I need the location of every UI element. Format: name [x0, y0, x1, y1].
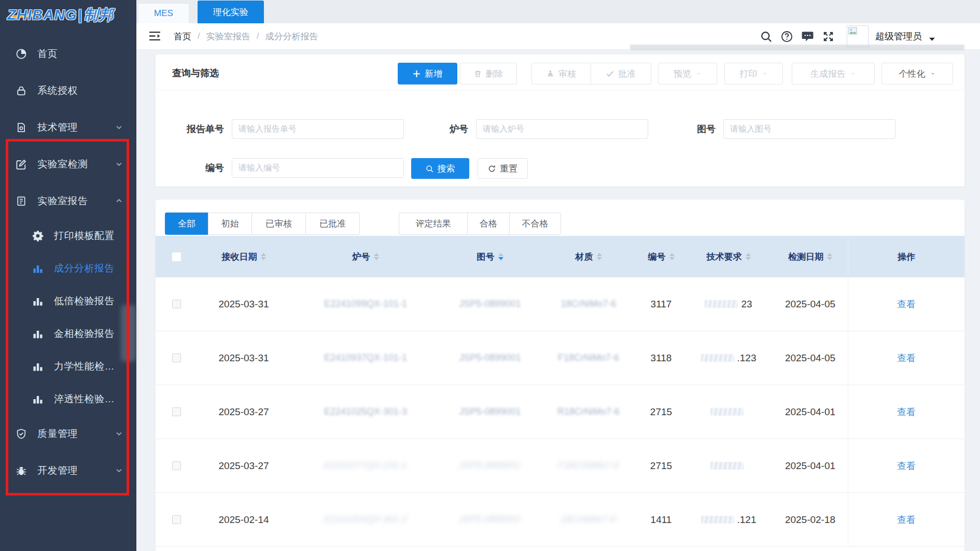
code-field-input[interactable] [232, 158, 404, 178]
status-tab-1[interactable]: 初始 [208, 213, 252, 235]
col-header-test-date[interactable]: 检测日期 [773, 236, 848, 277]
redacted-text: 18CrNiMo7-6 [561, 299, 616, 309]
avatar[interactable] [847, 25, 869, 47]
sidebar-collapse-icon[interactable] [149, 31, 161, 41]
redaction-smudge [121, 305, 136, 362]
status-tab-label: 已审核 [265, 218, 292, 230]
col-header-furnace-no[interactable]: 炉号 [290, 236, 441, 277]
col-header-tech-req[interactable]: 技术要求 [684, 236, 773, 277]
status-tab-0[interactable]: 全部 [165, 213, 208, 235]
column-label: 操作 [898, 251, 915, 263]
drawing-no-field-input[interactable] [723, 119, 895, 139]
cell-text: 2025-03-31 [218, 299, 269, 310]
sidebar-item-5[interactable]: 打印模板配置 [0, 219, 136, 252]
sidebar-item-2[interactable]: 技术管理 [0, 109, 136, 146]
sidebar-item-10[interactable]: 淬透性检验… [0, 383, 136, 415]
cell-material: R18CrNiMo7-6 [539, 385, 638, 439]
toolbar-button-preview[interactable]: 预览 [658, 63, 717, 84]
breadcrumb-item-0[interactable]: 首页 [174, 31, 191, 43]
report-no-field: 报告单号 [171, 119, 404, 139]
report-no-field-input[interactable] [232, 119, 404, 139]
sidebar-item-6[interactable]: 成分分析报告 [0, 252, 136, 285]
toolbar-button-label: 新增 [425, 68, 442, 80]
column-label: 图号 [477, 251, 495, 263]
sidebar-item-0[interactable]: 首页 [0, 35, 136, 72]
bar-chart-icon [32, 361, 44, 372]
search-button-label: 搜索 [438, 163, 455, 175]
redacted-text: JSP5-0899001 [459, 299, 521, 309]
check-icon [606, 70, 614, 78]
search-button[interactable]: 搜索 [411, 158, 469, 179]
cell-text: 2025-03-27 [218, 406, 269, 418]
sidebar-item-9[interactable]: 力学性能检… [0, 350, 136, 383]
sidebar-item-label: 成分分析报告 [54, 262, 115, 275]
top-tab-1[interactable]: 理化实验 [198, 1, 264, 23]
result-tab-0[interactable]: 评定结果 [399, 213, 468, 235]
help-icon[interactable] [781, 31, 793, 43]
search-icon[interactable] [760, 31, 772, 43]
row-checkbox[interactable] [172, 300, 181, 308]
message-icon[interactable] [802, 31, 814, 43]
row-checkbox[interactable] [172, 515, 181, 524]
fullscreen-icon[interactable] [822, 31, 834, 43]
toolbar-button-add[interactable]: 新增 [398, 63, 457, 84]
cell-furnace-no: E2241099QX-101-1 [290, 277, 441, 331]
cell-drawing-no: JSP5-0899001 [441, 331, 539, 385]
select-all-checkbox[interactable] [172, 252, 181, 261]
sidebar-item-11[interactable]: 质量管理 [0, 415, 136, 452]
result-tab-2[interactable]: 不合格 [509, 213, 561, 235]
status-tab-2[interactable]: 已审核 [251, 213, 306, 235]
status-tabs: 全部初始已审核已批准 [165, 213, 360, 235]
view-link[interactable]: 查看 [897, 406, 916, 418]
row-checkbox[interactable] [172, 461, 181, 470]
view-link[interactable]: 查看 [897, 460, 916, 472]
breadcrumb-item-2[interactable]: 成分分析报告 [265, 31, 318, 43]
table-row-0: 2025-03-31E2241099QX-101-1JSP5-089900118… [156, 277, 964, 331]
top-tab-0[interactable]: MES [138, 3, 189, 23]
view-link[interactable]: 查看 [897, 352, 916, 364]
status-tab-label: 已批准 [319, 218, 346, 230]
user-menu-caret-icon[interactable] [929, 34, 935, 39]
col-header-check[interactable] [156, 236, 197, 277]
cell-text: 2715 [650, 460, 672, 472]
breadcrumb-item-1[interactable]: 实验室报告 [206, 31, 250, 43]
result-tab-1[interactable]: 合格 [467, 213, 510, 235]
sidebar-item-label: 低倍检验报告 [54, 294, 115, 308]
toolbar-button-review[interactable]: 审核 [531, 63, 591, 84]
furnace-no-field-input[interactable] [476, 119, 648, 139]
sidebar-item-4[interactable]: 实验室报告 [0, 182, 136, 219]
cell-receive-date: 2025-02-14 [197, 493, 290, 546]
redacted-text: R18CrNiMo7-6 [557, 406, 620, 417]
sidebar-nav: 首页系统授权技术管理实验室检测实验室报告打印模板配置成分分析报告低倍检验报告金相… [0, 30, 136, 489]
col-header-material[interactable]: 材质 [539, 236, 638, 277]
reset-button[interactable]: 重置 [478, 158, 528, 179]
user-name[interactable]: 超级管理员 [875, 30, 922, 43]
sidebar-item-1[interactable]: 系统授权 [0, 72, 136, 109]
col-header-drawing-no[interactable]: 图号 [441, 236, 539, 277]
toolbar-button-delete[interactable]: 删除 [460, 63, 517, 84]
sidebar-item-12[interactable]: 开发管理 [0, 452, 136, 489]
row-checkbox[interactable] [172, 354, 181, 362]
table-row-2: 2025-03-27E2241025QX-301-3JSP5-0899001R1… [156, 385, 964, 439]
toolbar-button-print[interactable]: 打印 [724, 63, 783, 84]
view-link[interactable]: 查看 [897, 514, 916, 526]
toolbar-button-approve[interactable]: 批准 [591, 63, 651, 84]
redacted-text: JSP5-0899001 [458, 514, 522, 525]
col-header-receive-date[interactable]: 接收日期 [197, 236, 290, 277]
status-tab-3[interactable]: 已批准 [305, 213, 360, 235]
cell-receive-date: 2025-03-31 [197, 331, 290, 385]
cell-receive-date: 2025-03-31 [197, 277, 290, 331]
view-link[interactable]: 查看 [897, 298, 916, 310]
row-checkbox[interactable] [172, 407, 181, 416]
col-header-code[interactable]: 编号 [638, 236, 684, 277]
sidebar-item-label: 系统授权 [37, 84, 78, 97]
sidebar-item-3[interactable]: 实验室检测 [0, 146, 136, 182]
toolbar-button-personalize[interactable]: 个性化 [881, 63, 953, 84]
sidebar-item-7[interactable]: 低倍检验报告 [0, 285, 136, 317]
column-label: 材质 [576, 251, 593, 263]
cell-receive-date: 2025-03-27 [197, 385, 290, 439]
cell-text: 2025-04-01 [785, 406, 835, 418]
toolbar-button-generate-report[interactable]: 生成报告 [792, 63, 875, 84]
sidebar-item-8[interactable]: 金相检验报告 [0, 317, 136, 350]
chevron-down-icon [115, 467, 123, 474]
